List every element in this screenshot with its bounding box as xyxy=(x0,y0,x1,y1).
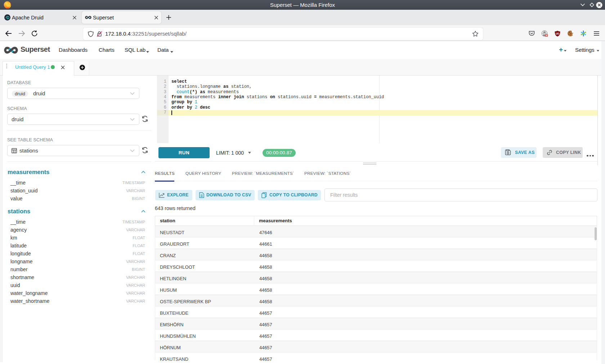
svg-text:UO: UO xyxy=(556,32,559,35)
